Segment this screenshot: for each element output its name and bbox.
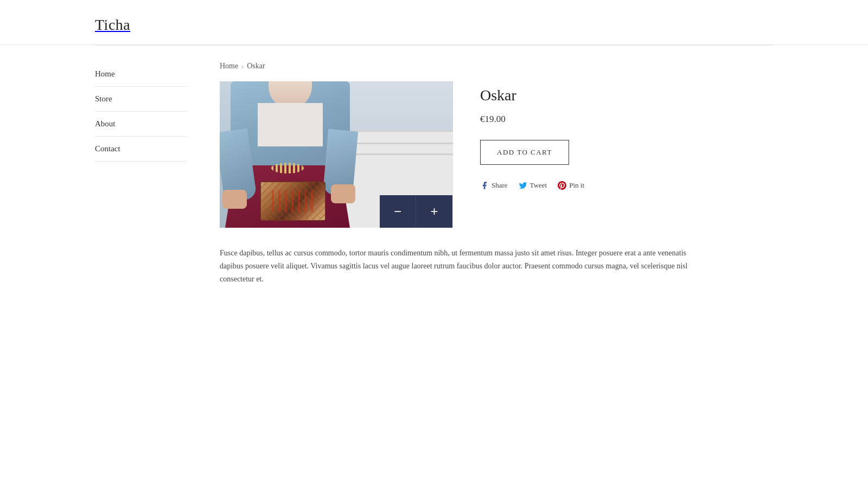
product-section: − + Oskar €19.00 ADD TO CART: [220, 81, 773, 228]
product-description: Fusce dapibus, tellus ac cursus commodo,…: [220, 247, 697, 285]
nav-item-home: Home: [95, 62, 187, 87]
breadcrumb: Home › Oskar: [220, 62, 773, 70]
site-header: Ticha: [0, 0, 868, 45]
nav-link-store[interactable]: Store: [95, 87, 187, 111]
facebook-icon: [480, 181, 489, 190]
pinterest-icon: [558, 181, 566, 190]
product-description-text: Fusce dapibus, tellus ac cursus commodo,…: [220, 247, 697, 285]
twitter-icon: [519, 181, 527, 190]
site-title: Ticha: [95, 16, 773, 34]
pinterest-share-link[interactable]: Pin it: [558, 181, 584, 190]
nav-item-store: Store: [95, 87, 187, 112]
social-share: Share Tweet: [480, 181, 773, 190]
add-to-cart-button[interactable]: ADD TO CART: [480, 140, 569, 165]
person: [220, 81, 366, 228]
image-prev-button[interactable]: −: [380, 195, 416, 228]
nav-item-contact: Contact: [95, 137, 187, 162]
main-content: Home › Oskar: [203, 46, 773, 425]
product-image: − +: [220, 81, 453, 228]
product-name: Oskar: [480, 87, 773, 104]
image-nav-buttons: − +: [380, 195, 453, 228]
nav-item-about: About: [95, 112, 187, 137]
sidebar-nav: Home Store About Contact: [95, 62, 187, 162]
nav-link-home[interactable]: Home: [95, 62, 187, 86]
product-image-container: − +: [220, 81, 453, 228]
breadcrumb-home-link[interactable]: Home: [220, 62, 238, 70]
site-logo[interactable]: Ticha: [95, 16, 773, 34]
breadcrumb-separator: ›: [241, 62, 244, 70]
twitter-share-label: Tweet: [530, 181, 547, 190]
site-layout: Home Store About Contact Home › Oskar: [0, 46, 868, 425]
nav-link-contact[interactable]: Contact: [95, 137, 187, 161]
twitter-share-link[interactable]: Tweet: [519, 181, 547, 190]
product-info: Oskar €19.00 ADD TO CART Share: [480, 81, 773, 190]
breadcrumb-current: Oskar: [247, 62, 265, 70]
nav-link-about[interactable]: About: [95, 112, 187, 136]
clutch-bag: [260, 182, 326, 221]
facebook-share-link[interactable]: Share: [480, 181, 508, 190]
nav-list: Home Store About Contact: [95, 62, 187, 162]
image-next-button[interactable]: +: [416, 195, 452, 228]
product-price: €19.00: [480, 114, 773, 125]
pinterest-share-label: Pin it: [569, 181, 584, 190]
facebook-share-label: Share: [492, 181, 508, 190]
sidebar: Home Store About Contact: [95, 46, 203, 425]
